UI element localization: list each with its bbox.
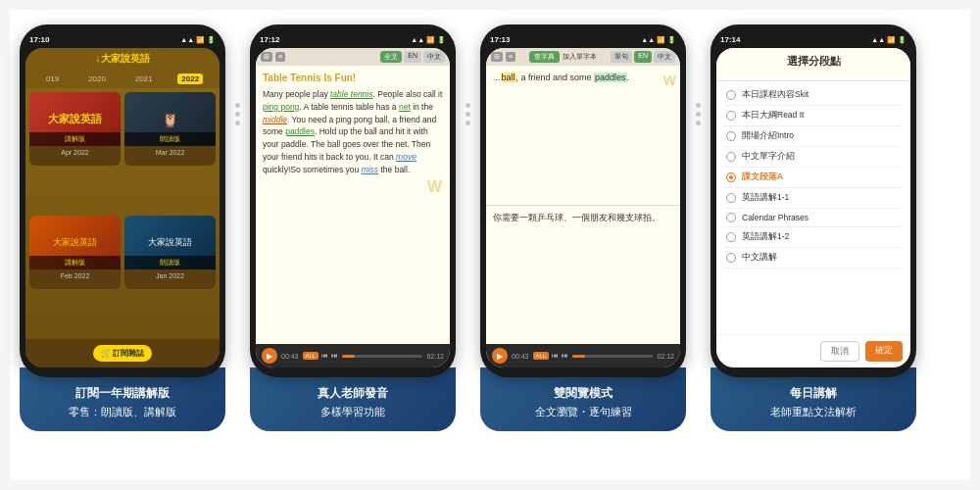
book-cover-3: 大家說英語 講解版: [29, 216, 121, 270]
list-item[interactable]: 英語講解1-1: [724, 188, 903, 209]
dot: [696, 112, 701, 117]
book-date-4: Jan 2022: [124, 270, 216, 282]
reading-title: Table Tennis Is Fun!: [263, 71, 443, 85]
list-item[interactable]: 大家說英語 講解版 Apr 2022: [29, 92, 121, 166]
phone3-toolbar: ⊞ ≡ 查字典 加入單字本 單句 EN 中文: [486, 48, 680, 66]
phone3-container: 17:13 ▲▲ 📶 🔋 ⊞ ≡ 查字典 加入單字本 單句 EN: [480, 24, 686, 431]
dot: [235, 112, 240, 117]
list-item[interactable]: 開場介紹Intro: [724, 126, 903, 147]
phone1-status-bar: 17:10 ▲▲ 📶 🔋: [25, 34, 220, 48]
player-progress-bar[interactable]: [572, 355, 653, 358]
phone4-icons: ▲▲ 📶 🔋: [871, 36, 906, 44]
book-label-2: 朗讀版: [124, 132, 216, 146]
list-item[interactable]: 大家說英語 講解版 Feb 2022: [29, 216, 121, 289]
all-button[interactable]: ALL: [533, 352, 550, 360]
list-item[interactable]: 英語講解1-2: [724, 227, 903, 248]
dual-bottom: 你需要一顆乒乓球、一個朋友和幾支球拍。: [486, 206, 680, 345]
dot: [696, 103, 701, 108]
phone3-screen: ⊞ ≡ 查字典 加入單字本 單句 EN 中文: [486, 48, 680, 368]
radio-icon[interactable]: [726, 213, 736, 222]
phone1-logo: ↓大家說英語: [96, 52, 150, 66]
skip-back-icon[interactable]: ⏮: [552, 352, 559, 360]
radio-icon[interactable]: [726, 253, 736, 263]
play-button[interactable]: ▶: [262, 348, 277, 364]
list-item[interactable]: 🦉 朗讀版 Mar 2022: [124, 92, 216, 166]
tab-en[interactable]: EN: [404, 51, 421, 63]
phone2-player: ▶ 00:43 ALL ⏮ ⏭ 02:12: [256, 344, 450, 368]
skip-back-icon[interactable]: ⏮: [321, 352, 328, 360]
list-item[interactable]: Calendar Phrases: [724, 209, 903, 227]
dot-separator-3: [696, 103, 701, 125]
tab-single[interactable]: 單句: [611, 51, 632, 63]
dual-top-text: ...ball, a friend and some paddles.: [493, 71, 673, 84]
phone3-toolbar-left: ⊞ ≡: [491, 52, 515, 62]
phone3-caption-sub: 全文瀏覽・逐句練習: [488, 405, 678, 419]
dot-separator-1: [235, 103, 240, 125]
phone3-caption-main: 雙閱覽模式: [488, 385, 678, 402]
player-progress-bar[interactable]: [342, 355, 422, 358]
skip-fwd-icon[interactable]: ⏭: [562, 352, 568, 360]
menu-item-label: 本日課程內容Skit: [742, 89, 808, 101]
phone4-screen: 選擇分段點 本日課程內容Skit 本日大綱Read It 開場介紹Intro: [716, 48, 910, 368]
list-icon[interactable]: ≡: [275, 52, 285, 62]
menu-item-label: 英語講解1-2: [742, 231, 789, 243]
list-icon[interactable]: ≡: [506, 52, 515, 62]
radio-icon[interactable]: [726, 111, 736, 121]
dot-separator-2: [466, 103, 470, 125]
phone1-books: 大家說英語 講解版 Apr 2022 🦉 朗讀版 Mar 2022: [25, 88, 220, 339]
grid-icon[interactable]: ⊞: [261, 52, 272, 62]
phone1-screen: ↓大家說英語 019 2020 2021 2022 大家說英語 講解版 Apr …: [25, 48, 220, 368]
list-item[interactable]: 課文段落A: [724, 168, 903, 188]
list-item[interactable]: 大家說英語 朗讀版 Jan 2022: [124, 216, 216, 289]
menu-title: 選擇分段點: [724, 54, 903, 69]
grid-icon[interactable]: ⊞: [491, 52, 503, 62]
player-time-start: 00:43: [281, 353, 299, 360]
phone2-icons: ▲▲ 📶 🔋: [411, 36, 446, 44]
radio-icon[interactable]: [726, 152, 736, 162]
toolbar-left: ⊞ ≡: [261, 52, 285, 62]
add-word-button[interactable]: 加入單字本: [563, 52, 597, 62]
list-item[interactable]: 本日大綱Read It: [724, 106, 903, 126]
reading-body: Many people play table tennis. People al…: [263, 88, 443, 175]
menu-item-label: 中文單字介紹: [742, 151, 795, 163]
phone2-container: 17:12 ▲▲ 📶 🔋 ⊞ ≡ 全文 EN 中文 Table Ten: [250, 24, 456, 431]
side-letter-w: W: [427, 175, 442, 199]
tab-full-text[interactable]: 全文: [380, 51, 402, 63]
phone4-caption-main: 每日講解: [718, 385, 908, 402]
dot: [466, 121, 470, 125]
phone1-container: 17:10 ▲▲ 📶 🔋 ↓大家說英語 019 2020 2021 2022 大…: [20, 24, 225, 431]
radio-icon[interactable]: [726, 131, 736, 141]
dot: [235, 103, 240, 108]
player-time-end: 02:12: [657, 353, 674, 360]
dot: [466, 103, 470, 108]
list-item[interactable]: 中文單字介紹: [724, 147, 903, 168]
book-date-2: Mar 2022: [124, 146, 216, 159]
book-label-3: 講解版: [29, 256, 121, 270]
radio-icon[interactable]: [726, 90, 736, 100]
confirm-button[interactable]: 確定: [865, 341, 903, 362]
tab-zh[interactable]: 中文: [654, 51, 675, 63]
radio-icon[interactable]: [726, 232, 736, 242]
play-button[interactable]: ▶: [492, 348, 508, 364]
year-tab-2021[interactable]: 2021: [131, 74, 157, 84]
radio-icon[interactable]: [726, 193, 736, 203]
year-tab-2019[interactable]: 019: [42, 74, 63, 84]
phone4-time: 17:14: [720, 35, 740, 44]
lookup-button[interactable]: 查字典: [529, 51, 560, 63]
subscribe-button[interactable]: 🛒 訂閱雜誌: [93, 345, 152, 362]
radio-icon-selected[interactable]: [726, 172, 736, 182]
book-date-3: Feb 2022: [29, 270, 121, 282]
phone1-footer: 🛒 訂閱雜誌: [25, 339, 220, 368]
phone2-content: Table Tennis Is Fun! Many people play ta…: [256, 66, 450, 344]
phone4-header: 選擇分段點: [716, 48, 910, 81]
list-item[interactable]: 中文講解: [724, 248, 903, 269]
skip-fwd-icon[interactable]: ⏭: [331, 352, 338, 360]
tab-en[interactable]: EN: [634, 51, 652, 63]
year-tab-2022[interactable]: 2022: [177, 74, 203, 84]
dot: [466, 112, 470, 117]
list-item[interactable]: 本日課程內容Skit: [724, 85, 903, 106]
cancel-button[interactable]: 取消: [820, 341, 859, 362]
year-tab-2020[interactable]: 2020: [84, 74, 110, 84]
all-button[interactable]: ALL: [303, 352, 319, 360]
tab-zh[interactable]: 中文: [423, 51, 445, 63]
